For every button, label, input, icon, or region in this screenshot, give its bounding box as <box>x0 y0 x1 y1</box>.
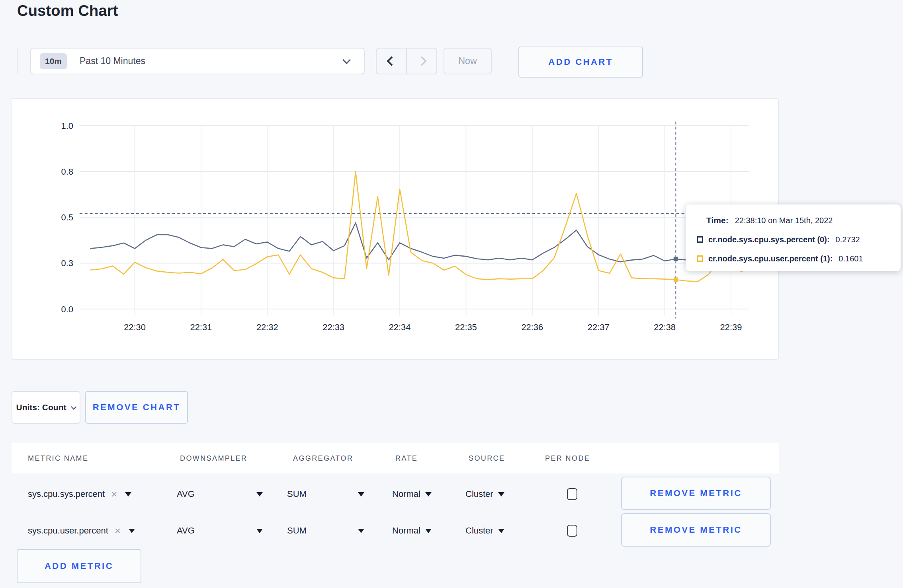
toolbar-divider <box>18 48 18 74</box>
dropdown-caret-icon <box>498 492 504 496</box>
chevron-down-icon <box>342 56 351 64</box>
units-selector-label: Units: Count <box>16 403 66 412</box>
hover-point-marker <box>674 277 678 282</box>
x-axis-tick-label: 22:39 <box>720 322 742 332</box>
per-node-checkbox[interactable] <box>567 488 577 500</box>
add-chart-button[interactable]: ADD CHART <box>518 47 643 78</box>
time-range-badge: 10m <box>40 53 67 69</box>
prev-time-button[interactable] <box>377 49 407 74</box>
aggregator-dropdown[interactable] <box>358 512 364 549</box>
sys-series-swatch-icon <box>697 236 703 243</box>
x-axis-tick-label: 22:34 <box>389 322 411 332</box>
tooltip-series-value: 0.1601 <box>838 254 863 263</box>
chevron-left-icon <box>387 56 396 66</box>
metric-name-dropdown[interactable]: sys.cpu.sys.percent × <box>28 476 131 512</box>
source-value: Cluster <box>465 489 493 499</box>
clear-metric-icon[interactable]: × <box>115 525 121 537</box>
remove-metric-button[interactable]: REMOVE METRIC <box>621 477 771 510</box>
rate-dropdown[interactable]: Normal <box>392 512 432 549</box>
chart-tooltip: Time: 22:38:10 on Mar 15th, 2022 cr.node… <box>686 204 901 271</box>
dropdown-caret-icon[interactable] <box>125 492 131 496</box>
downsampler-value[interactable]: AVG <box>177 512 195 549</box>
downsampler-dropdown[interactable] <box>256 512 263 549</box>
dropdown-caret-icon <box>425 492 432 496</box>
hover-point-marker <box>674 257 678 261</box>
column-header-downsampler: DOWNSAMPLER <box>180 443 247 473</box>
y-axis-tick-label: 0.3 <box>61 258 73 268</box>
per-node-cell <box>567 476 577 512</box>
tooltip-series-label: cr.node.sys.cpu.sys.percent (0): <box>708 235 830 244</box>
column-header-metric-name: METRIC NAME <box>28 443 88 473</box>
column-header-rate: RATE <box>395 443 418 473</box>
page-title: Custom Chart <box>17 2 118 19</box>
tooltip-time-value: 22:38:10 on Mar 15th, 2022 <box>735 216 833 225</box>
per-node-checkbox[interactable] <box>567 525 577 537</box>
source-value: Cluster <box>465 526 493 536</box>
aggregator-value[interactable]: SUM <box>287 476 307 512</box>
tooltip-series-label: cr.node.sys.cpu.user.percent (1): <box>708 254 833 263</box>
y-axis-tick-label: 0.5 <box>61 212 73 222</box>
y-axis-tick-label: 0.8 <box>61 167 73 177</box>
time-range-label: Past 10 Minutes <box>80 56 145 66</box>
add-metric-button[interactable]: ADD METRIC <box>17 549 141 583</box>
dropdown-caret-icon[interactable] <box>129 529 135 533</box>
aggregator-dropdown[interactable] <box>358 476 364 512</box>
metrics-table-header: METRIC NAME DOWNSAMPLER AGGREGATOR RATE … <box>12 443 779 473</box>
column-header-aggregator: AGGREGATOR <box>293 443 353 473</box>
next-time-button[interactable] <box>407 49 436 74</box>
rate-value: Normal <box>392 489 420 499</box>
remove-chart-button[interactable]: REMOVE CHART <box>85 391 188 424</box>
downsampler-value[interactable]: AVG <box>177 476 195 512</box>
metric-name-value: sys.cpu.user.percent <box>28 526 108 536</box>
per-node-cell <box>567 512 577 549</box>
now-button[interactable]: Now <box>444 48 492 74</box>
x-axis-tick-label: 22:30 <box>124 322 146 332</box>
dropdown-caret-icon <box>498 529 504 533</box>
table-row: sys.cpu.user.percent × AVG SUM Normal Cl… <box>12 512 779 549</box>
rate-value: Normal <box>392 526 420 536</box>
aggregator-value[interactable]: SUM <box>287 512 307 549</box>
clear-metric-icon[interactable]: × <box>111 488 117 500</box>
tooltip-time-label: Time: <box>706 216 729 225</box>
x-axis-tick-label: 22:38 <box>654 322 676 332</box>
tooltip-series-row: cr.node.sys.cpu.user.percent (1): 0.1601 <box>686 249 901 268</box>
column-header-source: SOURCE <box>469 443 505 473</box>
tooltip-series-value: 0.2732 <box>836 235 860 244</box>
x-axis-tick-label: 22:35 <box>455 322 477 332</box>
dropdown-caret-icon <box>358 492 364 496</box>
time-range-selector[interactable]: 10m Past 10 Minutes <box>30 48 365 74</box>
dropdown-caret-icon <box>425 529 432 533</box>
dropdown-caret-icon <box>256 529 263 533</box>
rate-dropdown[interactable]: Normal <box>392 476 432 512</box>
source-dropdown[interactable]: Cluster <box>465 512 504 549</box>
dropdown-caret-icon <box>256 492 263 496</box>
x-axis-tick-label: 22:31 <box>190 322 212 332</box>
chart-card: 0.00.30.50.81.022:3022:3122:3222:3322:34… <box>12 98 779 360</box>
metric-name-dropdown[interactable]: sys.cpu.user.percent × <box>28 512 135 549</box>
y-axis-tick-label: 0.0 <box>61 304 73 314</box>
remove-metric-button[interactable]: REMOVE METRIC <box>621 513 771 547</box>
time-pager <box>376 48 437 74</box>
metric-name-value: sys.cpu.sys.percent <box>28 489 105 499</box>
column-header-per-node: PER NODE <box>545 443 590 473</box>
x-axis-tick-label: 22:37 <box>588 322 610 332</box>
line-chart[interactable]: 0.00.30.50.81.022:3022:3122:3222:3322:34… <box>12 99 778 359</box>
units-selector[interactable]: Units: Count <box>12 391 80 424</box>
tooltip-series-row: cr.node.sys.cpu.sys.percent (0): 0.2732 <box>686 230 901 249</box>
table-row: sys.cpu.sys.percent × AVG SUM Normal Clu… <box>12 476 779 512</box>
series-line-cr.node.sys.cpu.user.percent <box>91 171 742 282</box>
x-axis-tick-label: 22:33 <box>322 322 344 332</box>
downsampler-dropdown[interactable] <box>256 476 263 512</box>
chevron-down-icon <box>71 404 76 410</box>
y-axis-tick-label: 1.0 <box>61 121 73 131</box>
source-dropdown[interactable]: Cluster <box>465 476 504 512</box>
x-axis-tick-label: 22:36 <box>521 322 543 332</box>
dropdown-caret-icon <box>358 529 364 533</box>
x-axis-tick-label: 22:32 <box>256 322 278 332</box>
custom-chart-page: Custom Chart 10m Past 10 Minutes Now ADD… <box>0 0 903 588</box>
chevron-right-icon <box>417 56 426 66</box>
tooltip-time-row: Time: 22:38:10 on Mar 15th, 2022 <box>686 211 901 230</box>
user-series-swatch-icon <box>697 255 703 262</box>
